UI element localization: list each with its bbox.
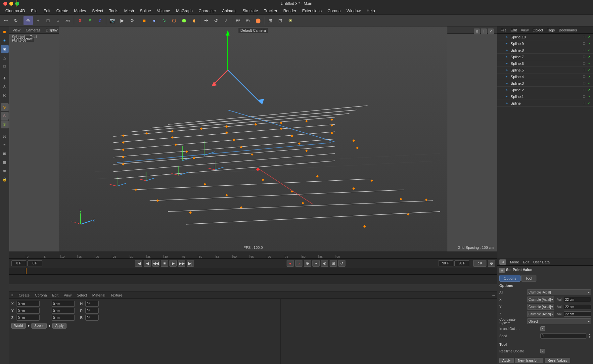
- left-scale-tool[interactable]: S: [1, 83, 9, 91]
- spline3-vis[interactable]: ☐: [582, 81, 586, 86]
- prop-z-val-input[interactable]: [564, 311, 591, 317]
- spline7-check[interactable]: ✓: [587, 55, 592, 59]
- obj-row-spline4[interactable]: ∿ Spline.4 ☐ ✓: [497, 73, 593, 80]
- prop-z-dropdown[interactable]: Crumple [Axial] ▾: [527, 311, 554, 317]
- scale-btn[interactable]: ⤢: [221, 16, 231, 25]
- left-paint[interactable]: ⊞: [1, 150, 9, 158]
- obj-tags-menu[interactable]: Tags: [546, 27, 556, 33]
- sel-key-btn[interactable]: ⊞: [330, 260, 337, 267]
- world-dropdown-icon[interactable]: ▾: [28, 324, 29, 328]
- spline2-vis[interactable]: ☐: [582, 88, 586, 92]
- obj-row-spline2[interactable]: ∿ Spline.2 ☐ ✓: [497, 87, 593, 93]
- size-dropdown-icon[interactable]: ▾: [49, 324, 50, 328]
- menu-character[interactable]: Character: [196, 8, 219, 14]
- left-point-mode[interactable]: ◉: [1, 45, 9, 53]
- prop-x-dropdown[interactable]: Crumple [Axial] ▾: [527, 296, 554, 302]
- prop-realtime-checkbox[interactable]: [540, 349, 545, 353]
- deform-btn[interactable]: ⬢: [179, 16, 189, 25]
- coord-sz-input[interactable]: [52, 315, 75, 321]
- move-btn[interactable]: ✛: [202, 16, 211, 25]
- spline9-vis[interactable]: ☐: [582, 41, 586, 46]
- props-new-transform-btn[interactable]: New Transform: [515, 358, 543, 363]
- last-frame-btn[interactable]: ▶|: [187, 260, 194, 267]
- spline1-vis[interactable]: ☐: [582, 94, 586, 99]
- obj-edit-menu[interactable]: Edit: [509, 27, 518, 33]
- prop-coordsys-dropdown[interactable]: Object ▾: [527, 318, 591, 324]
- spline3-check[interactable]: ✓: [587, 81, 592, 86]
- menu-cinema-4d[interactable]: Cinema 4D: [3, 8, 28, 14]
- spline8-vis[interactable]: ☐: [582, 48, 586, 53]
- cube-btn[interactable]: ■: [140, 16, 149, 25]
- spline6-check[interactable]: ✓: [587, 61, 592, 66]
- menu-spline[interactable]: Spline: [137, 8, 154, 14]
- obj-bookmarks-menu[interactable]: Bookmarks: [557, 27, 578, 33]
- mode-point-btn[interactable]: ○: [53, 16, 63, 25]
- coord-sx-input[interactable]: [52, 301, 75, 307]
- viewport[interactable]: View Cameras Display Options Filter Pane…: [9, 26, 497, 251]
- play-fwd-btn[interactable]: ▶: [169, 260, 177, 267]
- minimize-button[interactable]: [9, 2, 13, 6]
- seed-stepper[interactable]: ▲ ▼: [588, 333, 591, 339]
- menu-window[interactable]: Window: [344, 8, 363, 14]
- left-brush[interactable]: ≡: [1, 141, 9, 149]
- prop-all-dropdown[interactable]: Crumple [Axial] ▾: [527, 289, 591, 295]
- menu-create[interactable]: Create: [54, 8, 71, 14]
- obj-row-spline8[interactable]: ∿ Spline.8 ☐ ✓: [497, 47, 593, 54]
- coord-z-input[interactable]: [17, 315, 40, 321]
- obj-row-spline3[interactable]: ∿ Spline.3 ☐ ✓: [497, 80, 593, 87]
- bt-edit[interactable]: Edit: [51, 293, 60, 298]
- obj-row-spline1[interactable]: ∿ Spline.1 ☐ ✓: [497, 93, 593, 100]
- key-btn[interactable]: ⋄: [312, 260, 320, 267]
- del-key-btn[interactable]: ⊗: [321, 260, 328, 267]
- coord-sy-input[interactable]: [52, 308, 75, 314]
- obj-view-menu[interactable]: View: [520, 27, 530, 33]
- spline9-check[interactable]: ✓: [587, 41, 592, 46]
- step-back-btn[interactable]: ◀: [144, 260, 151, 267]
- spline1-check[interactable]: ✓: [587, 94, 592, 99]
- menu-corona[interactable]: Corona: [325, 8, 343, 14]
- play-fwd2-btn[interactable]: ▶▶: [178, 260, 185, 267]
- grid-btn[interactable]: ⊞: [266, 16, 275, 25]
- spline-vis[interactable]: ☐: [582, 101, 586, 106]
- menu-mesh[interactable]: Mesh: [122, 8, 137, 14]
- camera-btn[interactable]: 📷: [108, 16, 117, 25]
- apply-coords-btn[interactable]: Apply: [52, 323, 67, 329]
- prop-inout-checkbox[interactable]: [540, 326, 545, 331]
- spline4-vis[interactable]: ☐: [582, 74, 586, 79]
- rotate-btn[interactable]: ↺: [211, 16, 221, 25]
- menu-volume[interactable]: Volume: [154, 8, 173, 14]
- menu-mograph[interactable]: MoGraph: [173, 8, 195, 14]
- spline10-vis[interactable]: ☐: [582, 35, 586, 39]
- tl-settings[interactable]: ⚙: [488, 260, 495, 267]
- prop-y-dropdown[interactable]: Crumple [Axial] ▾: [527, 304, 554, 310]
- props-reset-btn[interactable]: Reset Values: [545, 358, 570, 363]
- menu-animate[interactable]: Animate: [219, 8, 239, 14]
- size-btn[interactable]: Size +: [31, 323, 47, 329]
- obj-object-menu[interactable]: Object: [531, 27, 544, 33]
- first-frame-btn[interactable]: |◀: [135, 260, 142, 267]
- spline-btn[interactable]: ∿: [160, 16, 169, 25]
- left-knife[interactable]: ⌘: [1, 132, 9, 140]
- menu-extensions[interactable]: Extensions: [299, 8, 324, 14]
- motion-key-btn[interactable]: ⊕: [304, 260, 311, 267]
- obj-row-spline9[interactable]: ∿ Spline.9 ☐ ✓: [497, 40, 593, 47]
- maximize-button[interactable]: [15, 2, 19, 6]
- left-lock[interactable]: 🔒: [1, 175, 9, 183]
- menu-edit[interactable]: Edit: [41, 8, 53, 14]
- menu-tools[interactable]: Tools: [106, 8, 121, 14]
- bt-material[interactable]: Material: [91, 293, 107, 298]
- props-mode-menu[interactable]: Mode: [509, 259, 521, 265]
- spline-check[interactable]: ✓: [587, 101, 592, 106]
- settings-btn[interactable]: ⚙: [127, 16, 137, 25]
- coord-p-input[interactable]: [85, 308, 99, 314]
- tab-tool[interactable]: Tool: [521, 275, 536, 282]
- fps-input2[interactable]: [454, 260, 469, 266]
- snap-btn[interactable]: ⊡: [276, 16, 285, 25]
- left-s1[interactable]: S: [1, 103, 9, 111]
- coord-b-input[interactable]: [85, 315, 99, 321]
- left-texture-mode[interactable]: ◈: [1, 36, 9, 44]
- menu-simulate[interactable]: Simulate: [240, 8, 261, 14]
- left-obj-mode[interactable]: ■: [1, 28, 9, 36]
- autokey-btn[interactable]: ○: [295, 260, 302, 267]
- left-hair[interactable]: ⊕: [1, 167, 9, 175]
